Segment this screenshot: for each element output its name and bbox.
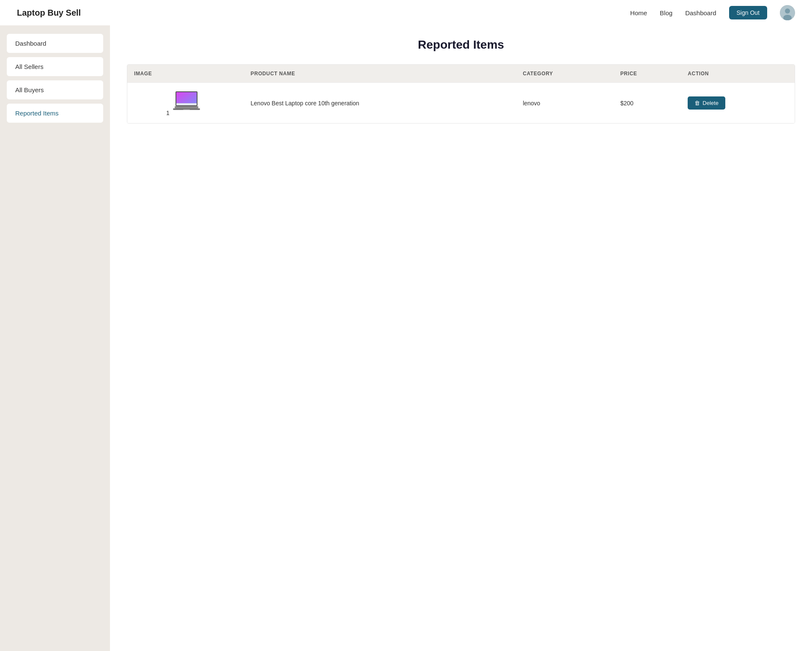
nav-links: Home Blog Dashboard Sign Out [630,5,795,20]
nav-link-dashboard[interactable]: Dashboard [685,9,716,16]
svg-point-1 [785,8,790,14]
avatar[interactable] [780,5,795,20]
sidebar: Dashboard All Sellers All Buyers Reporte… [0,25,110,651]
svg-rect-6 [176,103,197,105]
reported-items-table-wrapper: IMAGE PRODUCT NAME CATEGORY PRICE ACTION… [127,64,795,124]
col-header-image: IMAGE [127,65,244,83]
main-layout: Dashboard All Sellers All Buyers Reporte… [0,25,812,651]
delete-label: Delete [702,100,719,106]
nav-link-blog[interactable]: Blog [660,9,672,16]
svg-rect-9 [183,109,190,110]
sidebar-item-all-sellers[interactable]: All Sellers [7,57,103,76]
signout-button[interactable]: Sign Out [729,6,767,19]
page-title: Reported Items [127,38,795,52]
reported-items-table: IMAGE PRODUCT NAME CATEGORY PRICE ACTION… [127,65,795,123]
col-header-action: ACTION [681,65,795,83]
table-header: IMAGE PRODUCT NAME CATEGORY PRICE ACTION [127,65,795,83]
svg-rect-7 [175,106,198,108]
navbar: Laptop Buy Sell Home Blog Dashboard Sign… [0,0,812,25]
col-header-product-name: PRODUCT NAME [244,65,516,83]
cell-category: lenovo [516,83,614,124]
trash-icon: 🗑 [694,100,700,106]
nav-link-home[interactable]: Home [630,9,647,16]
col-header-price: PRICE [614,65,681,83]
cell-action: 🗑 Delete [681,83,795,124]
delete-button[interactable]: 🗑 Delete [688,96,725,110]
sidebar-item-all-buyers[interactable]: All Buyers [7,80,103,99]
sidebar-item-dashboard[interactable]: Dashboard [7,34,103,53]
brand-name: Laptop Buy Sell [17,8,81,18]
table-body: 1 [127,83,795,124]
main-content: Reported Items IMAGE PRODUCT NAME CATEGO… [110,25,812,651]
cell-index: 1 [127,83,244,124]
cell-price: $200 [614,83,681,124]
col-header-category: CATEGORY [516,65,614,83]
product-image [171,90,205,115]
sidebar-item-reported-items[interactable]: Reported Items [7,104,103,123]
cell-product-name: Lenovo Best Laptop core 10th generation [244,83,516,124]
table-row: 1 [127,83,795,124]
row-index: 1 [166,110,170,116]
